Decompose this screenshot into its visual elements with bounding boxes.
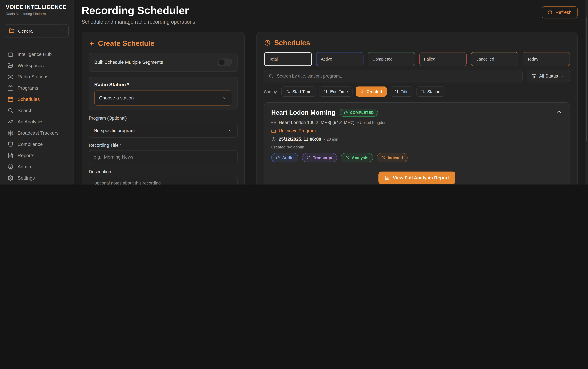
clock-icon xyxy=(264,40,271,46)
page-title: Recording Scheduler xyxy=(81,5,195,17)
sidebar-item-settings[interactable]: Settings xyxy=(0,172,73,184)
toggle-knob xyxy=(219,59,224,65)
sort-row: Sort by: Start Time End Time Created xyxy=(264,86,570,97)
home-icon xyxy=(8,51,14,57)
all-status-value: All Status xyxy=(539,73,558,79)
search-input[interactable] xyxy=(277,73,518,79)
scrollbar[interactable] xyxy=(585,0,588,184)
filter-card-failed[interactable]: Failed xyxy=(419,52,467,66)
workspace-label: General xyxy=(18,28,34,33)
chevron-down-icon xyxy=(223,96,227,100)
page-subtitle: Schedule and manage radio recording oper… xyxy=(81,19,195,25)
station-select-value: Choose a station xyxy=(99,95,134,101)
page-header: Recording Scheduler Schedule and manage … xyxy=(81,5,578,25)
sidebar-item-ad-analytics[interactable]: Ad Analytics xyxy=(0,116,73,127)
file-text-icon xyxy=(8,153,14,159)
tv-icon xyxy=(8,85,14,91)
sidebar-item-reports[interactable]: Reports xyxy=(0,150,73,161)
sort-button-label: Start Time xyxy=(293,89,311,94)
page-title-block: Recording Scheduler Schedule and manage … xyxy=(81,5,195,25)
refresh-label: Refresh xyxy=(556,10,572,15)
sidebar-item-radio-stations[interactable]: Radio Stations xyxy=(0,71,73,82)
refresh-button[interactable]: Refresh xyxy=(542,6,578,19)
filter-card-cancelled[interactable]: Cancelled xyxy=(471,52,518,66)
scrollbar-thumb[interactable] xyxy=(586,17,588,141)
trending-up-icon xyxy=(8,119,14,125)
duration-short: 20 min xyxy=(324,137,338,141)
description-label: Description xyxy=(89,169,237,174)
sort-created-button[interactable]: Created xyxy=(355,86,387,97)
sidebar-item-label: Intelligence Hub xyxy=(18,51,52,57)
sort-start-time-button[interactable]: Start Time xyxy=(282,86,316,97)
sort-station-button[interactable]: Station xyxy=(416,86,445,97)
sidebar-item-compliance[interactable]: Compliance xyxy=(0,139,73,150)
check-circle-icon xyxy=(276,156,280,160)
create-schedule-title-row: Create Schedule xyxy=(89,39,237,48)
description-textarea[interactable] xyxy=(89,177,237,184)
sidebar-item-label: Workspaces xyxy=(18,63,44,68)
sort-end-time-button[interactable]: End Time xyxy=(319,86,353,97)
sort-title-button[interactable]: Title xyxy=(390,86,413,97)
sidebar-item-intelligence-hub[interactable]: Intelligence Hub xyxy=(0,49,73,60)
sidebar-item-admin[interactable]: Admin xyxy=(0,161,73,172)
calendar-icon xyxy=(8,96,14,102)
brand-title: VOICE INTELLIGENCE xyxy=(6,4,67,10)
transcript-badge: Transcript xyxy=(302,153,337,162)
capability-badges: Audio Transcript Analysis Indexed xyxy=(271,153,563,167)
sidebar-item-workspaces[interactable]: Workspaces xyxy=(0,60,73,71)
sidebar-item-schedules[interactable]: Schedules xyxy=(0,94,73,105)
check-circle-icon xyxy=(345,156,349,160)
sidebar-nav: Intelligence Hub Workspaces Radio Statio… xyxy=(0,43,73,184)
station-country: United Kingdom xyxy=(357,120,387,125)
sidebar-item-label: Radio Stations xyxy=(18,74,49,80)
sidebar-item-label: Schedules xyxy=(18,97,40,102)
radio-station-label: Radio Station * xyxy=(94,82,232,88)
analysis-badge: Analysis xyxy=(341,153,373,162)
check-circle-icon xyxy=(344,111,348,115)
badge-label: Analysis xyxy=(352,155,368,160)
tv-icon xyxy=(271,129,276,133)
filter-card-active[interactable]: Active xyxy=(316,52,364,66)
sidebar-item-programs[interactable]: Programs xyxy=(0,82,73,94)
chevron-down-icon xyxy=(60,29,64,33)
shield-icon xyxy=(8,141,14,147)
filter-card-total[interactable]: Total xyxy=(264,52,312,66)
search-row: All Status xyxy=(264,70,570,82)
check-circle-icon xyxy=(381,156,385,160)
program-select[interactable]: No specific program xyxy=(89,124,237,137)
audio-badge: Audio xyxy=(271,153,298,162)
workspace-selector[interactable]: General xyxy=(5,24,69,38)
start-datetime: 25/12/2025, 11:06:00 xyxy=(279,137,321,142)
badge-label: Transcript xyxy=(313,155,332,160)
program-row[interactable]: Unknown Program xyxy=(271,128,563,133)
brand-block: VOICE INTELLIGENCE Radio Monitoring Plat… xyxy=(0,0,73,20)
station-row: Heart London 106.2 [MP3] (94.4 MHz) Unit… xyxy=(271,120,563,125)
create-schedule-title: Create Schedule xyxy=(98,39,154,48)
chevron-up-icon[interactable] xyxy=(556,109,562,115)
status-filter-cards: Total Active Completed Failed Cancelled … xyxy=(264,52,570,66)
card-title: Heart Lodon Morning xyxy=(271,109,335,116)
filter-card-completed[interactable]: Completed xyxy=(368,52,415,66)
sidebar-item-label: Admin xyxy=(18,164,31,170)
check-circle-icon xyxy=(306,156,311,160)
plus-icon xyxy=(89,41,94,46)
sidebar-item-search[interactable]: Search xyxy=(0,105,73,116)
schedules-panel: Schedules Total Active Completed Failed … xyxy=(256,32,578,184)
sort-icon xyxy=(421,90,425,93)
view-full-analysis-report-button[interactable]: View Full Analysis Report xyxy=(378,172,455,184)
gear-icon xyxy=(8,175,14,181)
sidebar-item-label: Broadcast Trackers xyxy=(18,130,59,136)
all-status-dropdown[interactable]: All Status xyxy=(527,70,570,82)
sidebar-item-broadcast-trackers[interactable]: Broadcast Trackers xyxy=(0,127,73,139)
filter-card-today[interactable]: Today xyxy=(523,52,570,66)
bulk-schedule-toggle[interactable] xyxy=(218,59,232,66)
station-name: Heart London 106.2 [MP3] (94.4 MHz) xyxy=(279,120,355,125)
indexed-badge: Indexed xyxy=(377,153,407,162)
recording-title-input[interactable] xyxy=(89,150,237,164)
search-icon xyxy=(269,74,273,78)
sort-icon xyxy=(395,90,398,93)
station-select[interactable]: Choose a station xyxy=(94,91,232,105)
card-title-row: Heart Lodon Morning COMPLETED xyxy=(271,109,563,117)
badge-label: Audio xyxy=(282,155,294,160)
folder-icon xyxy=(8,62,14,69)
